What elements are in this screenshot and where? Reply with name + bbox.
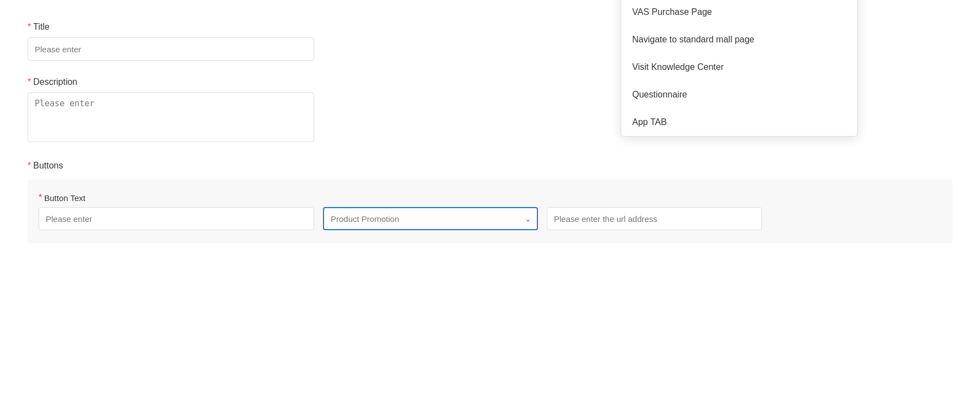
button-text-required-star: *: [39, 193, 42, 203]
url-input[interactable]: [547, 207, 762, 230]
button-row: * Button Text ⌄ Product PromotionOpen Li…: [28, 180, 952, 243]
dropdown-item-vas-purchase-page[interactable]: VAS Purchase Page: [621, 0, 857, 26]
dropdown-item-questionnaire[interactable]: Questionnaire: [621, 81, 857, 108]
buttons-label-text: Buttons: [33, 161, 63, 171]
dropdown-item-visit-knowledge-center[interactable]: Visit Knowledge Center: [621, 53, 857, 81]
title-label-text: Title: [33, 22, 50, 32]
dropdown-item-app-tab[interactable]: App TAB: [621, 108, 857, 136]
description-label-text: Description: [33, 77, 77, 87]
dropdown-item-navigate-standard-mall[interactable]: Navigate to standard mall page: [621, 26, 857, 53]
description-input[interactable]: [28, 93, 314, 142]
form-container: * Title * Description * Buttons * Button…: [0, 0, 980, 413]
button-text-label: * Button Text: [39, 193, 314, 203]
buttons-label: * Buttons: [28, 161, 952, 171]
button-text-group: * Button Text: [39, 193, 314, 230]
action-type-dropdown[interactable]: [323, 207, 538, 230]
title-required-star: *: [28, 22, 31, 32]
dropdown-menu: Product PromotionOpen LinkReview Request…: [621, 0, 858, 137]
button-text-input[interactable]: [39, 207, 314, 230]
dropdown-wrapper: ⌄ Product PromotionOpen LinkReview Reque…: [323, 207, 538, 230]
dropdown-menu-list: Product PromotionOpen LinkReview Request…: [621, 0, 857, 136]
buttons-section: * Buttons * Button Text ⌄ Product Promot…: [28, 161, 952, 243]
button-text-label-text: Button Text: [44, 193, 85, 203]
buttons-required-star: *: [28, 161, 31, 171]
title-input[interactable]: [28, 37, 314, 61]
description-required-star: *: [28, 77, 31, 87]
